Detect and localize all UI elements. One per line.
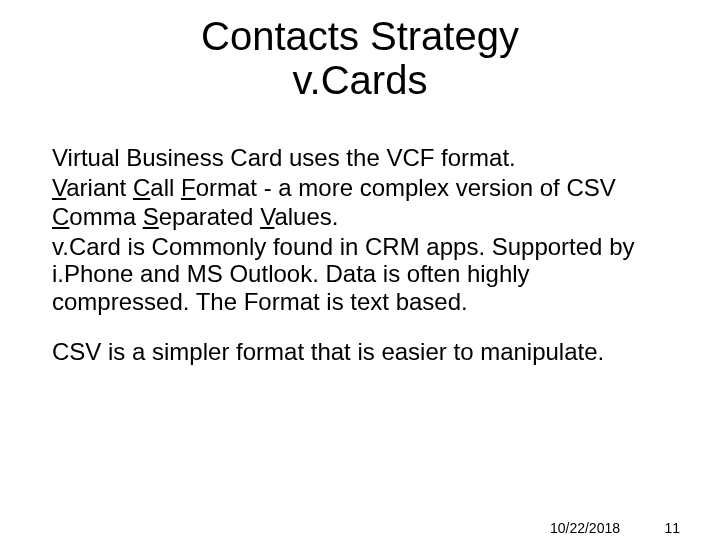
text: ormat - a more complex version of CSV: [196, 174, 616, 201]
text: all: [150, 174, 181, 201]
underline-f: F: [181, 174, 196, 201]
body-line-2: Variant Call Format - a more complex ver…: [52, 174, 668, 202]
text: eparated: [159, 203, 260, 230]
underline-v: V: [52, 174, 66, 201]
body-line-5: CSV is a simpler format that is easier t…: [52, 338, 668, 366]
spacer: [52, 318, 668, 338]
underline-v: V: [260, 203, 274, 230]
body-line-1: Virtual Business Card uses the VCF forma…: [52, 144, 668, 172]
body-line-4: v.Card is Commonly found in CRM apps. Su…: [52, 233, 668, 316]
text: alues.: [274, 203, 338, 230]
title-line-2: v.Cards: [0, 58, 720, 102]
slide-body: Virtual Business Card uses the VCF forma…: [52, 144, 668, 367]
underline-c: C: [52, 203, 69, 230]
text: omma: [69, 203, 142, 230]
footer-page-number: 11: [664, 520, 680, 536]
text: ariant: [66, 174, 133, 201]
footer-date: 10/22/2018: [550, 520, 620, 536]
title-line-1: Contacts Strategy: [0, 14, 720, 58]
underline-s: S: [143, 203, 159, 230]
underline-c: C: [133, 174, 150, 201]
slide: Contacts Strategy v.Cards Virtual Busine…: [0, 14, 720, 540]
body-line-3: Comma Separated Values.: [52, 203, 668, 231]
slide-title: Contacts Strategy v.Cards: [0, 14, 720, 102]
